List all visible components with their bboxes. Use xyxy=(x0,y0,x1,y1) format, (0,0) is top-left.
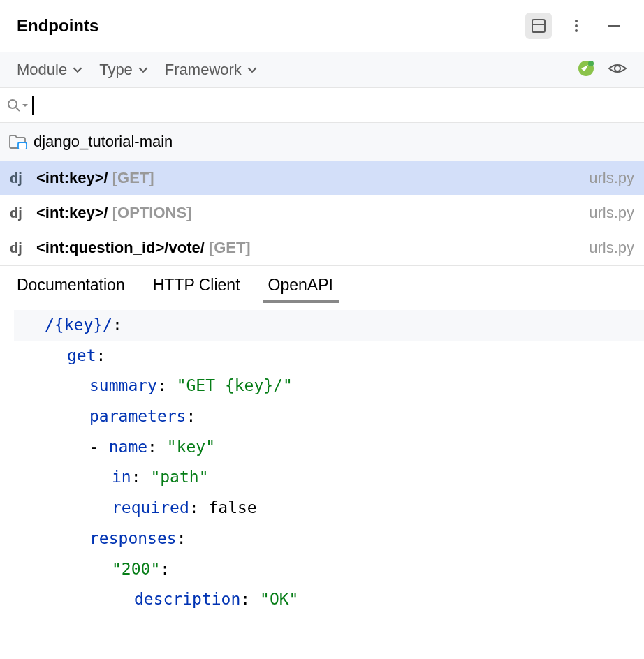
yaml-path: /{key}/ xyxy=(45,316,112,334)
status-indicator-icon[interactable] xyxy=(577,59,595,80)
svg-point-7 xyxy=(588,61,594,66)
yaml-name-value: "key" xyxy=(167,438,215,456)
more-options-icon[interactable] xyxy=(563,13,590,39)
endpoint-row[interactable]: dj<int:key>/ [OPTIONS]urls.py xyxy=(0,195,644,230)
endpoint-path: <int:key>/ xyxy=(36,204,108,222)
yaml-summary-value: "GET {key}/" xyxy=(177,376,293,394)
svg-point-8 xyxy=(615,66,620,71)
svg-point-2 xyxy=(575,20,578,22)
project-folder-row[interactable]: django_tutorial-main xyxy=(0,123,644,161)
endpoint-row[interactable]: dj<int:question_id>/vote/ [GET]urls.py xyxy=(0,230,644,265)
endpoint-method: [OPTIONS] xyxy=(112,204,192,222)
module-filter[interactable]: Module xyxy=(17,61,82,79)
yaml-in-value: "path" xyxy=(150,468,208,486)
yaml-description-key: description xyxy=(134,590,240,608)
yaml-in-key: in xyxy=(112,468,131,486)
project-name: django_tutorial-main xyxy=(34,133,173,151)
svg-line-10 xyxy=(16,108,20,111)
svg-point-9 xyxy=(8,100,17,108)
endpoint-path: <int:question_id>/vote/ xyxy=(36,239,205,257)
django-icon: dj xyxy=(10,170,28,186)
yaml-required-key: required xyxy=(112,498,189,517)
yaml-required-value: false xyxy=(208,498,256,517)
endpoint-file: urls.py xyxy=(589,204,634,222)
endpoint-path: <int:key>/ xyxy=(36,169,108,187)
yaml-description-value: "OK" xyxy=(260,590,298,608)
framework-filter[interactable]: Framework xyxy=(165,61,257,79)
chevron-down-icon xyxy=(138,65,148,75)
tab-openapi[interactable]: OpenAPI xyxy=(268,276,333,303)
svg-point-4 xyxy=(575,29,578,32)
yaml-responses-key: responses xyxy=(89,529,177,547)
type-filter[interactable]: Type xyxy=(99,61,148,79)
tab-documentation[interactable]: Documentation xyxy=(17,276,125,303)
svg-point-3 xyxy=(575,24,578,27)
endpoint-method: [GET] xyxy=(112,169,154,187)
svg-rect-11 xyxy=(18,142,27,149)
yaml-name-key: name xyxy=(109,438,147,456)
endpoint-file: urls.py xyxy=(589,169,634,187)
search-input[interactable] xyxy=(34,97,637,113)
folder-icon xyxy=(8,134,27,149)
visibility-icon[interactable] xyxy=(608,61,627,78)
yaml-parameters-key: parameters xyxy=(89,407,186,425)
yaml-method: get xyxy=(67,346,96,364)
minimize-icon[interactable] xyxy=(601,13,627,39)
yaml-summary-key: summary xyxy=(89,376,157,394)
chevron-down-icon xyxy=(73,65,82,75)
chevron-down-icon xyxy=(247,65,257,75)
endpoint-method: [GET] xyxy=(209,239,251,257)
search-icon[interactable] xyxy=(7,98,28,112)
django-icon: dj xyxy=(10,205,28,221)
page-title: Endpoints xyxy=(17,16,98,36)
yaml-200-key: "200" xyxy=(112,560,160,578)
svg-rect-0 xyxy=(532,20,545,32)
endpoint-file: urls.py xyxy=(589,239,634,257)
tab-http-client[interactable]: HTTP Client xyxy=(153,276,240,303)
django-icon: dj xyxy=(10,240,28,256)
endpoint-row[interactable]: dj<int:key>/ [GET]urls.py xyxy=(0,161,644,195)
panel-layout-icon[interactable] xyxy=(525,13,552,39)
